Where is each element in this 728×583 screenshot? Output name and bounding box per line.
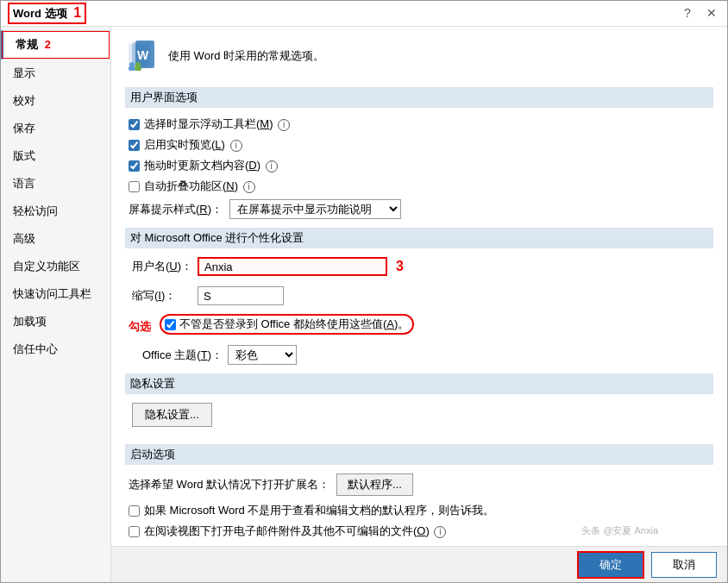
sidebar-item-display[interactable]: 显示 (1, 60, 110, 87)
startup-ext-label: 选择希望 Word 默认情况下打开扩展名： (129, 477, 329, 492)
checkbox-update-doc: 拖动时更新文档内容(D) i (125, 158, 713, 173)
sidebar-item-layout[interactable]: 版式 (1, 142, 110, 170)
content-area: W 使用 Word 时采用的常规选项。 用户界面选项 (111, 27, 727, 546)
username-input[interactable] (198, 257, 387, 276)
step-2-label: 2 (45, 38, 51, 51)
sidebar: 常规 2 显示 校对 保存 版式 语言 轻松访问 高级 (1, 27, 111, 582)
info-icon-4: i (243, 181, 255, 193)
sidebar-label-proofing: 校对 (13, 94, 35, 107)
floating-toolbar-checkbox[interactable] (129, 119, 140, 130)
always-use-annotation: 不管是否登录到 Office 都始终使用这些值(A)。 (160, 314, 414, 335)
section-office-header: 对 Microsoft Office 进行个性化设置 (125, 228, 713, 248)
section-privacy-label: 隐私设置 (130, 377, 175, 390)
initials-row: 缩写(I)： (129, 286, 404, 305)
dialog-body: 常规 2 显示 校对 保存 版式 语言 轻松访问 高级 (1, 27, 727, 582)
update-doc-checkbox[interactable] (129, 160, 140, 172)
sidebar-label-display: 显示 (13, 66, 35, 79)
cancel-button[interactable]: 取消 (651, 552, 717, 578)
sidebar-label-layout: 版式 (13, 149, 35, 162)
sidebar-label-addins: 加载项 (13, 315, 47, 328)
initials-label: 缩写(I)： (132, 288, 192, 304)
sidebar-label-customize-ribbon: 自定义功能区 (13, 260, 80, 273)
section-privacy-header: 隐私设置 (125, 373, 713, 394)
dialog-title: Word 选项 1 (8, 3, 86, 24)
collapse-ribbon-label: 自动折叠功能区(N) i (144, 179, 255, 194)
bottom-bar: 头条 @安夏 Anxia 确定 取消 (111, 546, 727, 582)
title-controls: ? ✕ (679, 4, 720, 22)
sidebar-item-save[interactable]: 保存 (1, 115, 110, 142)
svg-rect-7 (135, 66, 141, 71)
theme-row: Office 主题(T)： 彩色 深灰色 黑色 白色 (125, 345, 713, 365)
checkbox-email-attachments: 在阅读视图下打开电子邮件附件及其他不可编辑的文件(O) i (125, 523, 713, 539)
screen-tip-select[interactable]: 在屏幕提示中显示功能说明 在屏幕提示中不显示功能说明 不显示屏幕提示 (229, 199, 401, 219)
sidebar-item-trust-center[interactable]: 信任中心 (1, 335, 110, 363)
info-icon-1: i (278, 119, 290, 131)
word-options-dialog: Word 选项 1 ? ✕ 常规 2 显示 校对 保存 版式 (0, 0, 728, 583)
ok-button[interactable]: 确定 (577, 551, 644, 579)
svg-text:W: W (137, 48, 149, 62)
collapse-ribbon-checkbox[interactable] (129, 181, 140, 192)
email-attachments-checkbox[interactable] (129, 526, 140, 537)
floating-toolbar-label: 选择时显示浮动工具栏(M) i (144, 116, 290, 132)
checkbox-collapse-ribbon: 自动折叠功能区(N) i (125, 179, 713, 194)
word-icon: W (125, 39, 160, 73)
always-use-label: 不管是否登录到 Office 都始终使用这些值(A)。 (179, 317, 409, 332)
section-ui-label: 用户界面选项 (130, 91, 198, 103)
default-program-button[interactable]: 默认程序... (336, 473, 413, 496)
update-doc-label: 拖动时更新文档内容(D) i (144, 158, 278, 173)
section-startup-label: 启动选项 (130, 448, 175, 461)
sidebar-item-addins[interactable]: 加载项 (1, 308, 110, 335)
title-bar: Word 选项 1 ? ✕ (1, 1, 727, 27)
initials-input[interactable] (198, 286, 284, 305)
screen-tip-row: 屏幕提示样式(R)： 在屏幕提示中显示功能说明 在屏幕提示中不显示功能说明 不显… (125, 199, 713, 219)
title-text: Word 选项 (13, 7, 67, 20)
live-preview-label: 启用实时预览(L) i (144, 137, 242, 153)
info-icon-5: i (434, 526, 446, 538)
checkbox-notify-default: 如果 Microsoft Word 不是用于查看和编辑文档的默认程序，则告诉我。 (125, 503, 713, 518)
help-button[interactable]: ? (679, 4, 696, 22)
info-icon-2: i (230, 140, 242, 152)
username-row: 用户名(U)： 3 (129, 257, 404, 276)
check-annotation: 勾选 (129, 319, 151, 335)
section-startup-header: 启动选项 (125, 444, 713, 465)
theme-label: Office 主题(T)： (142, 348, 223, 363)
close-button[interactable]: ✕ (703, 4, 720, 22)
main-content: W 使用 Word 时采用的常规选项。 用户界面选项 (111, 27, 727, 582)
username-label: 用户名(U)： (132, 259, 192, 274)
svg-rect-6 (129, 66, 135, 71)
always-use-checkbox[interactable] (165, 319, 176, 330)
section-office-label: 对 Microsoft Office 进行个性化设置 (130, 231, 304, 244)
sidebar-item-customize-ribbon[interactable]: 自定义功能区 (1, 253, 110, 280)
sidebar-label-accessibility: 轻松访问 (13, 204, 58, 217)
notify-default-checkbox[interactable] (129, 505, 140, 517)
sidebar-item-general[interactable]: 常规 2 (1, 30, 110, 60)
sidebar-item-advanced[interactable]: 高级 (1, 225, 110, 253)
content-header: W 使用 Word 时采用的常规选项。 (125, 39, 713, 73)
step-1-label: 1 (73, 5, 81, 20)
live-preview-checkbox[interactable] (129, 140, 140, 151)
sidebar-item-accessibility[interactable]: 轻松访问 (1, 197, 110, 225)
sidebar-item-language[interactable]: 语言 (1, 170, 110, 197)
sidebar-label-trust-center: 信任中心 (13, 342, 58, 355)
notify-default-label: 如果 Microsoft Word 不是用于查看和编辑文档的默认程序，则告诉我。 (144, 503, 494, 518)
sidebar-label-general: 常规 (16, 38, 38, 51)
privacy-settings-button[interactable]: 隐私设置... (132, 403, 212, 427)
theme-select[interactable]: 彩色 深灰色 黑色 白色 (228, 345, 297, 365)
sidebar-item-quick-access[interactable]: 快速访问工具栏 (1, 280, 110, 308)
sidebar-label-advanced: 高级 (13, 232, 35, 245)
sidebar-item-proofing[interactable]: 校对 (1, 87, 110, 115)
email-attachments-label: 在阅读视图下打开电子邮件附件及其他不可编辑的文件(O) i (144, 523, 446, 539)
header-description: 使用 Word 时采用的常规选项。 (168, 48, 324, 64)
always-use-row: 不管是否登录到 Office 都始终使用这些值(A)。 (156, 314, 414, 335)
sidebar-label-save: 保存 (13, 122, 35, 135)
sidebar-label-language: 语言 (13, 177, 35, 190)
checkbox-live-preview: 启用实时预览(L) i (125, 137, 713, 153)
screen-tip-label: 屏幕提示样式(R)： (129, 202, 223, 217)
step-3-label: 3 (396, 259, 404, 274)
section-ui-header: 用户界面选项 (125, 87, 713, 108)
checkbox-floating-toolbar: 选择时显示浮动工具栏(M) i (125, 116, 713, 132)
sidebar-label-quick-access: 快速访问工具栏 (13, 287, 91, 300)
info-icon-3: i (266, 160, 278, 172)
startup-ext-row: 选择希望 Word 默认情况下打开扩展名： 默认程序... (125, 473, 713, 496)
